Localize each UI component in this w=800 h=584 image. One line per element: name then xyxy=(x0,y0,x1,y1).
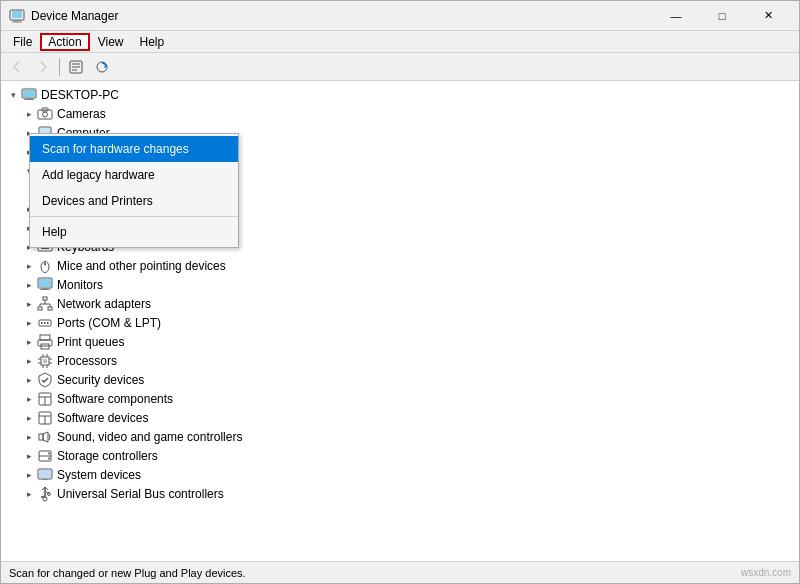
system-icon xyxy=(37,467,53,483)
toolbar xyxy=(1,53,799,81)
status-bar: Scan for changed or new Plug and Play de… xyxy=(1,561,799,583)
svg-rect-44 xyxy=(39,279,51,287)
sw-dev-expander[interactable] xyxy=(21,410,37,426)
security-label: Security devices xyxy=(57,373,144,387)
storage-expander[interactable] xyxy=(21,448,37,464)
mouse-icon xyxy=(37,258,53,274)
svg-point-81 xyxy=(48,452,50,454)
menu-view[interactable]: View xyxy=(90,33,132,51)
devices-printers-item[interactable]: Devices and Printers xyxy=(30,188,238,214)
add-legacy-item[interactable]: Add legacy hardware xyxy=(30,162,238,188)
toolbar-scan[interactable] xyxy=(90,56,114,78)
cameras-label: Cameras xyxy=(57,107,106,121)
svg-rect-47 xyxy=(43,297,47,300)
app-icon xyxy=(9,8,25,24)
tree-security[interactable]: Security devices xyxy=(1,370,799,389)
sw-comp-expander[interactable] xyxy=(21,391,37,407)
camera-icon xyxy=(37,106,53,122)
toolbar-properties[interactable] xyxy=(64,56,88,78)
menu-help[interactable]: Help xyxy=(132,33,173,51)
svg-rect-2 xyxy=(14,20,20,22)
menu-separator xyxy=(30,216,238,217)
network-expander[interactable] xyxy=(21,296,37,312)
sw-components-icon xyxy=(37,391,53,407)
svg-rect-77 xyxy=(39,434,43,440)
svg-rect-12 xyxy=(24,99,34,100)
tree-monitors[interactable]: Monitors xyxy=(1,275,799,294)
tree-ports[interactable]: Ports (COM & LPT) xyxy=(1,313,799,332)
toolbar-forward[interactable] xyxy=(31,56,55,78)
mice-expander[interactable] xyxy=(21,258,37,274)
svg-point-82 xyxy=(48,457,50,459)
sw-devices-icon xyxy=(37,410,53,426)
ports-expander[interactable] xyxy=(21,315,37,331)
minimize-button[interactable]: — xyxy=(653,1,699,31)
security-icon xyxy=(37,372,53,388)
tree-software-devices[interactable]: Software devices xyxy=(1,408,799,427)
system-expander[interactable] xyxy=(21,467,37,483)
svg-rect-45 xyxy=(42,288,48,289)
scan-hardware-item[interactable]: Scan for hardware changes xyxy=(30,136,238,162)
tree-usb[interactable]: Universal Serial Bus controllers xyxy=(1,484,799,503)
usb-label: Universal Serial Bus controllers xyxy=(57,487,224,501)
security-expander[interactable] xyxy=(21,372,37,388)
watermark: wsxdn.com xyxy=(741,567,791,578)
svg-rect-49 xyxy=(48,307,52,310)
content-area: DESKTOP-PC Cameras xyxy=(1,81,799,561)
sound-expander[interactable] xyxy=(21,429,37,445)
monitors-expander[interactable] xyxy=(21,277,37,293)
svg-rect-62 xyxy=(43,359,47,363)
print-queues-label: Print queues xyxy=(57,335,124,349)
svg-rect-1 xyxy=(12,11,22,18)
menu-action[interactable]: Action xyxy=(40,33,89,51)
help-item[interactable]: Help xyxy=(30,219,238,245)
print-expander[interactable] xyxy=(21,334,37,350)
menu-file[interactable]: File xyxy=(5,33,40,51)
tree-system[interactable]: System devices xyxy=(1,465,799,484)
toolbar-back[interactable] xyxy=(5,56,29,78)
svg-rect-11 xyxy=(26,98,32,99)
tree-cameras[interactable]: Cameras xyxy=(1,104,799,123)
cameras-expander[interactable] xyxy=(21,106,37,122)
window-title: Device Manager xyxy=(31,9,653,23)
maximize-button[interactable]: □ xyxy=(699,1,745,31)
svg-rect-55 xyxy=(41,322,43,324)
svg-rect-3 xyxy=(12,21,22,22)
tree-print-queues[interactable]: Print queues xyxy=(1,332,799,351)
tree-storage[interactable]: Storage controllers xyxy=(1,446,799,465)
processors-expander[interactable] xyxy=(21,353,37,369)
tree-root[interactable]: DESKTOP-PC xyxy=(1,85,799,104)
monitor-icon xyxy=(37,277,53,293)
sound-icon xyxy=(37,429,53,445)
svg-marker-78 xyxy=(43,432,48,442)
processor-icon xyxy=(37,353,53,369)
svg-rect-85 xyxy=(42,479,48,480)
tree-network[interactable]: Network adapters xyxy=(1,294,799,313)
tree-mice[interactable]: Mice and other pointing devices xyxy=(1,256,799,275)
sw-devices-label: Software devices xyxy=(57,411,148,425)
svg-rect-57 xyxy=(47,322,49,324)
svg-rect-84 xyxy=(39,470,51,478)
close-button[interactable]: ✕ xyxy=(745,1,791,31)
processors-label: Processors xyxy=(57,354,117,368)
root-label: DESKTOP-PC xyxy=(41,88,119,102)
tree-software-components[interactable]: Software components xyxy=(1,389,799,408)
svg-point-14 xyxy=(43,112,48,117)
main-window: Device Manager — □ ✕ File Action View He… xyxy=(0,0,800,584)
sound-label: Sound, video and game controllers xyxy=(57,430,242,444)
svg-rect-10 xyxy=(23,90,35,97)
printer-icon xyxy=(37,334,53,350)
tree-sound[interactable]: Sound, video and game controllers xyxy=(1,427,799,446)
svg-rect-58 xyxy=(40,335,50,340)
svg-rect-48 xyxy=(38,307,42,310)
status-text: Scan for changed or new Plug and Play de… xyxy=(9,567,246,579)
monitors-label: Monitors xyxy=(57,278,103,292)
network-label: Network adapters xyxy=(57,297,151,311)
action-dropdown: Scan for hardware changes Add legacy har… xyxy=(29,133,239,248)
tree-processors[interactable]: Processors xyxy=(1,351,799,370)
toolbar-sep-1 xyxy=(59,58,60,76)
usb-expander[interactable] xyxy=(21,486,37,502)
ports-label: Ports (COM & LPT) xyxy=(57,316,161,330)
computer-icon xyxy=(21,87,37,103)
root-expander[interactable] xyxy=(5,87,21,103)
